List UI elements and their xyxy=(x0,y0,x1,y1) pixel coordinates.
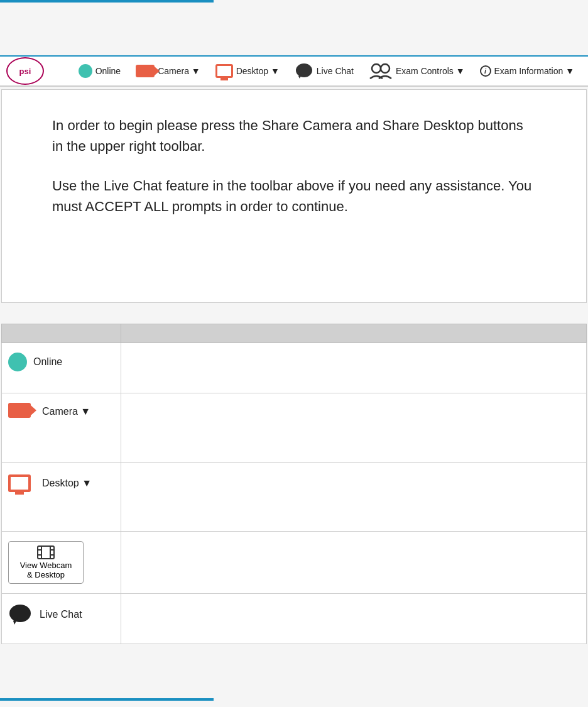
table-cell-chat-icon: Live Chat xyxy=(2,594,121,644)
desktop-row-label: Desktop ▼ xyxy=(42,478,92,489)
table-row-livechat: Live Chat xyxy=(2,594,587,644)
table-cell-webcam-icon: View Webcam& Desktop xyxy=(2,532,121,594)
chat-bubble-icon xyxy=(295,62,313,80)
svg-point-3 xyxy=(381,64,389,73)
livechat-label: Live Chat xyxy=(317,66,354,76)
help-table: Online Camera ▼ xyxy=(1,324,587,644)
film-icon xyxy=(37,545,55,559)
nav-items: Online Camera ▼ Desktop ▼ Live Chat xyxy=(57,62,582,80)
table-row-camera: Camera ▼ xyxy=(2,393,587,463)
nav-desktop[interactable]: Desktop ▼ xyxy=(208,64,287,78)
navbar: psi Online Camera ▼ Desktop ▼ Live C xyxy=(0,55,588,87)
online-label: Online xyxy=(95,66,121,76)
instruction-paragraph-1: In order to begin please press the Share… xyxy=(52,115,536,156)
people-icon xyxy=(369,62,393,80)
view-webcam-desktop-button[interactable]: View Webcam& Desktop xyxy=(8,541,84,584)
table-row-online: Online xyxy=(2,343,587,393)
camera-row-label: Camera ▼ xyxy=(42,406,90,417)
desktop-row-icon xyxy=(8,474,31,492)
svg-point-0 xyxy=(296,63,312,77)
table-header-right xyxy=(121,324,587,343)
chat-row-icon xyxy=(8,603,32,626)
camera-icon xyxy=(136,65,155,77)
svg-rect-4 xyxy=(38,546,54,559)
table-cell-online-desc xyxy=(121,343,587,393)
nav-online[interactable]: Online xyxy=(71,64,128,78)
desktop-label: Desktop ▼ xyxy=(236,66,280,76)
exam-controls-label: Exam Controls ▼ xyxy=(396,66,465,76)
camera-row-icon xyxy=(8,403,31,418)
table-cell-camera-icon: Camera ▼ xyxy=(2,393,121,463)
table-cell-chat-desc xyxy=(121,594,587,644)
top-blue-line xyxy=(0,0,214,3)
table-row-desktop: Desktop ▼ xyxy=(2,463,587,532)
nav-livechat[interactable]: Live Chat xyxy=(287,62,361,80)
nav-exam-info[interactable]: i Exam Information ▼ xyxy=(472,65,582,77)
table-cell-camera-desc xyxy=(121,393,587,463)
psi-logo: psi xyxy=(6,57,44,85)
exam-info-label: Exam Information ▼ xyxy=(494,66,574,76)
webcam-btn-label: View Webcam& Desktop xyxy=(20,561,72,579)
table-cell-online-icon: Online xyxy=(2,343,121,393)
online-row-label: Online xyxy=(33,356,62,368)
svg-point-11 xyxy=(9,605,31,622)
table-row-webcam: View Webcam& Desktop xyxy=(2,532,587,594)
online-dot-icon xyxy=(79,64,92,78)
instruction-paragraph-2: Use the Live Chat feature in the toolbar… xyxy=(52,175,536,217)
livechat-row-label: Live Chat xyxy=(40,609,82,620)
desktop-icon xyxy=(215,64,233,78)
info-icon: i xyxy=(480,65,491,77)
nav-exam-controls[interactable]: Exam Controls ▼ xyxy=(361,62,472,80)
table-cell-webcam-desc xyxy=(121,532,587,594)
table-header-left xyxy=(2,324,121,343)
table-cell-desktop-icon: Desktop ▼ xyxy=(2,463,121,532)
table-cell-desktop-desc xyxy=(121,463,587,532)
svg-point-2 xyxy=(372,64,381,73)
main-content-area: In order to begin please press the Share… xyxy=(1,89,587,303)
camera-label: Camera ▼ xyxy=(158,66,200,76)
nav-camera[interactable]: Camera ▼ xyxy=(128,65,208,77)
bottom-blue-line xyxy=(0,698,214,701)
online-row-dot-icon xyxy=(8,353,27,371)
